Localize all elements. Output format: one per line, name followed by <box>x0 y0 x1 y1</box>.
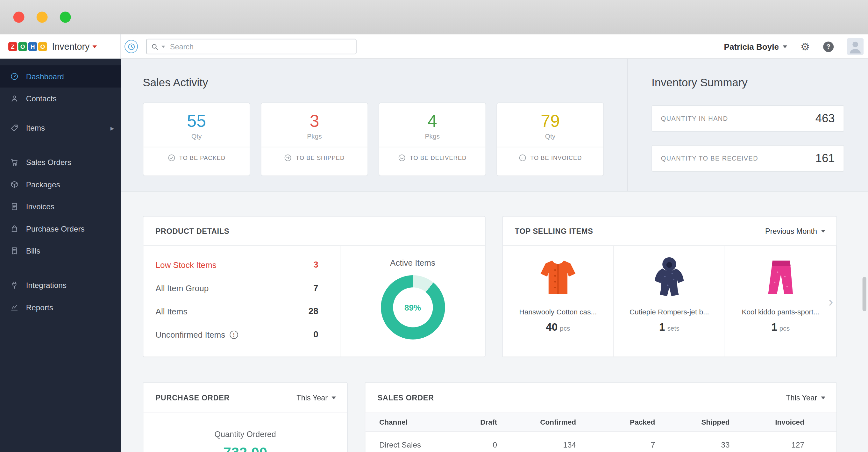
all-items-value: 28 <box>309 306 318 316</box>
sidebar-item-label: Integrations <box>26 281 66 290</box>
active-items-percent: 89% <box>404 303 421 312</box>
settings-gear-icon[interactable] <box>801 41 810 52</box>
invoiced-count: 79 <box>497 112 603 130</box>
to-be-invoiced-card[interactable]: 79 Qty TO BE INVOICED <box>496 102 604 176</box>
chevron-down-icon <box>821 396 825 399</box>
to-be-delivered-card[interactable]: 4 Pkgs TO BE DELIVERED <box>379 102 486 176</box>
window-titlebar <box>0 0 868 34</box>
global-search <box>146 39 356 55</box>
low-stock-row: Low Stock Items 3 <box>156 253 318 276</box>
user-menu[interactable]: Patricia Boyle <box>724 42 787 51</box>
column-channel: Channel <box>365 418 444 426</box>
sidebar-item-sales-orders[interactable]: Sales Orders <box>0 151 121 174</box>
all-items-row: All Items 28 <box>156 300 318 323</box>
top-selling-item[interactable]: Kool kiddo pants-sport... 1pcs <box>725 246 836 357</box>
top-selling-item-qty: 1 <box>659 321 665 333</box>
cell-confirmed: 134 <box>497 440 576 449</box>
all-items-link[interactable]: All Items <box>156 306 188 316</box>
cell-invoiced: 127 <box>730 440 804 449</box>
top-selling-item-unit: pcs <box>560 325 570 332</box>
sidebar-item-invoices[interactable]: Invoices <box>0 195 121 218</box>
logo-letter: Z <box>8 42 17 51</box>
low-stock-link[interactable]: Low Stock Items <box>156 260 217 269</box>
carousel-next-icon[interactable] <box>826 293 835 310</box>
top-selling-period-select[interactable]: Previous Month <box>765 227 825 235</box>
vertical-scrollbar-thumb[interactable] <box>863 277 866 311</box>
product-details-card: PRODUCT DETAILS Low Stock Items 3 All It… <box>143 216 486 357</box>
main-content: Sales Activity 55 Qty TO BE PACKED <box>121 59 868 452</box>
pants-product-image <box>725 251 836 301</box>
window-close-button[interactable] <box>13 12 25 23</box>
column-confirmed: Confirmed <box>497 418 576 426</box>
column-shipped: Shipped <box>655 418 730 426</box>
low-stock-value: 3 <box>313 260 318 269</box>
active-items-donut: 89% <box>380 275 445 339</box>
column-draft: Draft <box>444 418 497 426</box>
cart-icon <box>10 158 19 167</box>
cell-shipped: 33 <box>655 440 730 449</box>
sidebar-item-items[interactable]: Items <box>0 117 121 139</box>
shipped-status-label: TO BE SHIPPED <box>296 154 344 161</box>
sales-activity-section: Sales Activity 55 Qty TO BE PACKED <box>121 59 868 191</box>
sales-order-period-select[interactable]: This Year <box>786 393 825 402</box>
purchase-order-title: PURCHASE ORDER <box>156 393 230 402</box>
to-be-packed-card[interactable]: 55 Qty TO BE PACKED <box>143 102 250 176</box>
chevron-down-icon <box>783 45 787 48</box>
sidebar-item-reports[interactable]: Reports <box>0 296 121 319</box>
sales-order-card: SALES ORDER This Year Channel Draft Conf… <box>365 382 837 452</box>
user-avatar[interactable] <box>847 38 864 55</box>
quantity-ordered-label: Quantity Ordered <box>143 430 347 439</box>
app-header: Z O H O Inventory Pat <box>0 34 868 59</box>
all-item-group-value: 7 <box>313 283 318 293</box>
sidebar-item-purchase-orders[interactable]: Purchase Orders <box>0 217 121 240</box>
sidebar-item-packages[interactable]: Packages <box>0 173 121 195</box>
all-item-group-link[interactable]: All Item Group <box>156 283 209 293</box>
alert-info-icon <box>229 330 238 339</box>
invoiced-unit: Qty <box>497 132 603 140</box>
romper-product-image <box>614 251 725 301</box>
chart-line-icon <box>10 303 19 312</box>
top-selling-items-card: TOP SELLING ITEMS Previous Month <box>502 216 837 357</box>
app-window: Z O H O Inventory Pat <box>0 0 868 452</box>
packed-unit: Qty <box>143 132 250 140</box>
unconfirmed-items-row: Unconfirmed Items 0 <box>156 323 318 346</box>
top-selling-item-unit: pcs <box>779 325 790 332</box>
shipped-unit: Pkgs <box>261 132 368 140</box>
top-selling-title: TOP SELLING ITEMS <box>515 227 593 235</box>
search-input[interactable] <box>170 42 351 51</box>
chevron-right-icon <box>111 124 114 132</box>
purchase-order-period-select[interactable]: This Year <box>297 393 336 402</box>
top-selling-item[interactable]: Cutiepie Rompers-jet b... 1sets <box>614 246 725 357</box>
column-invoiced: Invoiced <box>730 418 804 426</box>
to-be-shipped-card[interactable]: 3 Pkgs TO BE SHIPPED <box>261 102 368 176</box>
delivered-status-label: TO BE DELIVERED <box>410 154 467 161</box>
sidebar-item-bills[interactable]: Bills <box>0 240 121 262</box>
plug-icon <box>10 281 19 290</box>
dashboard-icon <box>10 72 19 81</box>
sidebar-item-label: Sales Orders <box>26 158 71 167</box>
sidebar-item-integrations[interactable]: Integrations <box>0 274 121 297</box>
header-actions: Patricia Boyle <box>724 34 864 59</box>
product-details-title: PRODUCT DETAILS <box>156 227 229 235</box>
top-selling-item-qty: 40 <box>546 321 558 333</box>
top-selling-item[interactable]: Hanswooly Cotton cas... 40pcs <box>503 246 614 357</box>
purchase-order-card: PURCHASE ORDER This Year Quantity Ordere… <box>143 382 348 452</box>
table-row: Direct Sales 0 134 7 33 127 <box>365 432 836 452</box>
sidebar-item-label: Packages <box>26 180 60 189</box>
recent-activity-button[interactable] <box>124 40 138 53</box>
zoho-inventory-logo[interactable]: Z O H O Inventory <box>0 34 121 59</box>
search-icon <box>151 43 159 50</box>
sidebar-item-label: Invoices <box>26 202 55 211</box>
help-icon[interactable] <box>823 41 834 52</box>
quantity-in-hand-value: 463 <box>815 112 835 125</box>
sidebar-item-contacts[interactable]: Contacts <box>0 88 121 110</box>
sidebar-item-label: Purchase Orders <box>26 224 85 233</box>
sales-order-table-header: Channel Draft Confirmed Packed Shipped I… <box>365 413 836 432</box>
unconfirmed-items-link[interactable]: Unconfirmed Items <box>156 330 238 339</box>
sales-order-title: SALES ORDER <box>378 393 434 402</box>
invoice-doc-icon <box>10 202 19 211</box>
sidebar-item-dashboard[interactable]: Dashboard <box>0 65 121 88</box>
window-minimize-button[interactable] <box>37 12 48 23</box>
window-zoom-button[interactable] <box>60 12 71 23</box>
search-scope-caret-icon[interactable] <box>161 46 165 48</box>
